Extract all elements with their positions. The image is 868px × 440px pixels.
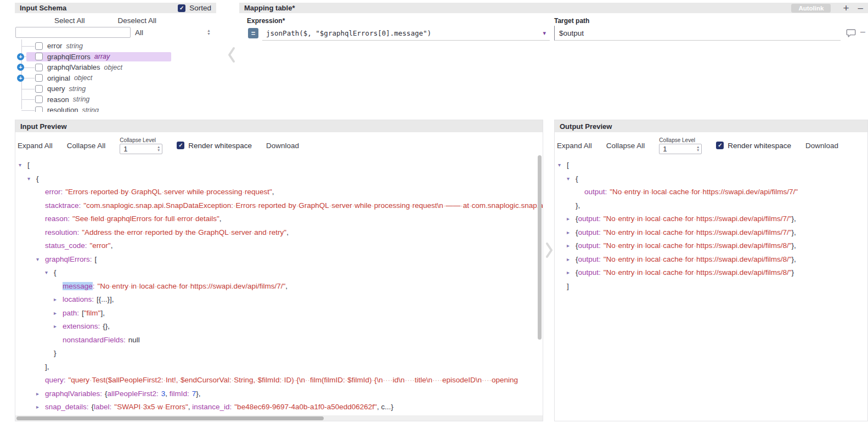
expression-toggle-button[interactable] <box>248 28 258 38</box>
comment-bubble-icon[interactable] <box>846 29 856 40</box>
triangle-right-icon[interactable]: ▸ <box>567 212 570 226</box>
horizontal-scrollbar-thumb[interactable] <box>16 416 324 420</box>
sorted-checkbox[interactable]: Sorted <box>178 4 211 12</box>
expand-all-button[interactable]: Expand All <box>18 142 53 150</box>
plus-circle-icon[interactable] <box>17 64 24 71</box>
target-path-value[interactable]: $output <box>555 29 584 37</box>
json-punct: , <box>285 282 288 290</box>
render-whitespace-label: Render whitespace <box>188 142 252 150</box>
schema-item-checkbox[interactable] <box>35 85 43 93</box>
json-null: null <box>128 336 140 344</box>
select-all-button[interactable]: Select All <box>54 16 85 25</box>
render-whitespace-checkbox-box[interactable] <box>177 142 184 149</box>
vertical-scrollbar[interactable] <box>538 155 542 414</box>
download-button[interactable]: Download <box>266 142 299 150</box>
vertical-scrollbar-thumb[interactable] <box>538 155 542 340</box>
schema-item-type: object <box>74 74 92 82</box>
schema-item-resolution[interactable]: resolutionstring <box>15 105 216 112</box>
triangle-right-icon[interactable]: ▸ <box>54 293 57 307</box>
chevron-left-icon[interactable] <box>227 46 236 64</box>
triangle-down-icon[interactable]: ▾ <box>567 172 570 186</box>
up-down-arrows-icon[interactable] <box>207 29 211 36</box>
triangle-down-icon[interactable]: ▾ <box>19 159 21 172</box>
add-mapping-row-button[interactable] <box>843 3 849 13</box>
json-string: "No·entry·in·local·cache·for·https://swa… <box>604 268 792 277</box>
triangle-right-icon[interactable]: ▸ <box>54 320 57 334</box>
json-punct: , <box>286 228 289 236</box>
triangle-down-icon[interactable]: ▾ <box>36 253 39 267</box>
schema-item-graphqlVariables[interactable]: graphqlVariablesobject <box>15 62 216 73</box>
json-key: output: <box>578 228 601 236</box>
triangle-right-icon[interactable]: ▸ <box>36 400 39 414</box>
json-key: locations: <box>63 295 94 303</box>
collapse-all-button[interactable]: Collapse All <box>67 142 106 150</box>
up-down-arrows-icon[interactable] <box>696 145 700 152</box>
collapse-all-button[interactable]: Collapse All <box>606 142 645 150</box>
sorted-checkbox-box[interactable] <box>178 4 185 12</box>
collapse-level-label: Collapse Level <box>120 137 162 143</box>
triangle-down-icon[interactable]: ▾ <box>558 159 561 172</box>
json-punct: {}, <box>103 322 110 330</box>
json-line: ▾[ <box>557 159 867 172</box>
triangle-right-icon[interactable]: ▸ <box>567 253 570 267</box>
collapse-level-input[interactable] <box>659 144 702 154</box>
horizontal-scrollbar[interactable] <box>15 415 543 421</box>
json-punct: ] <box>567 282 569 290</box>
chevron-down-icon[interactable] <box>539 30 550 37</box>
chevron-right-icon[interactable] <box>545 241 554 259</box>
json-key: label: <box>94 403 111 411</box>
schema-item-graphqlErrors[interactable]: graphqlErrorsarray <box>15 52 216 63</box>
triangle-right-icon[interactable]: ▸ <box>567 226 570 240</box>
schema-item-content: reasonstring <box>26 95 97 104</box>
schema-item-error[interactable]: errorstring <box>15 41 216 52</box>
schema-item-checkbox[interactable] <box>35 64 43 71</box>
deselect-all-button[interactable]: Deselect All <box>118 16 157 25</box>
triangle-right-icon[interactable]: ▸ <box>36 387 39 401</box>
schema-item-query[interactable]: querystring <box>15 83 216 94</box>
schema-filter-input[interactable] <box>15 27 131 38</box>
schema-item-checkbox[interactable] <box>35 53 43 60</box>
triangle-right-icon[interactable]: ▸ <box>567 239 570 253</box>
json-key: nonstandardFields: <box>63 336 126 344</box>
delete-mapping-row-icon[interactable] <box>860 27 865 37</box>
schema-item-checkbox[interactable] <box>35 95 43 103</box>
expression-value[interactable]: jsonPath($, "$graphqlErrors[0].message") <box>262 29 539 37</box>
schema-filter-scope-dropdown[interactable]: All <box>135 29 143 37</box>
collapse-level-input[interactable] <box>120 144 162 154</box>
json-line: query:"query·Test($allPeopleFirst2:·Int!… <box>18 374 543 387</box>
json-string: "be48ec69-9697-4a0b-a1f0-a50edd06262f" <box>234 403 377 411</box>
triangle-down-icon[interactable]: ▾ <box>27 172 30 186</box>
collapse-level-control: Collapse Level <box>659 137 702 154</box>
schema-item-checkbox[interactable] <box>35 106 43 112</box>
json-string: "No·entry·in·local·cache·for·https://swa… <box>610 188 798 196</box>
json-line: ▸snap_details:{label:"SWAPI·3x5·w·Errors… <box>18 400 543 414</box>
json-line: ▾{ <box>18 172 543 186</box>
triangle-right-icon[interactable]: ▸ <box>54 307 57 320</box>
schema-item-checkbox[interactable] <box>35 42 43 50</box>
schema-item-checkbox[interactable] <box>35 74 43 82</box>
plus-circle-icon[interactable] <box>17 75 24 82</box>
json-punct: { <box>576 241 578 250</box>
schema-item-name: error <box>47 42 62 50</box>
json-punct: } <box>792 268 794 277</box>
expand-all-button[interactable]: Expand All <box>557 142 592 150</box>
json-string: "SWAPI·3x5·w·Errors" <box>114 403 188 411</box>
expression-field[interactable]: jsonPath($, "$graphqlErrors[0].message") <box>262 26 550 41</box>
render-whitespace-checkbox[interactable]: Render whitespace <box>177 142 252 150</box>
triangle-down-icon[interactable]: ▾ <box>45 266 48 280</box>
collapse-level-control: Collapse Level <box>120 137 162 154</box>
triangle-right-icon[interactable]: ▸ <box>567 266 570 280</box>
target-path-field[interactable]: $output <box>554 26 841 41</box>
up-down-arrows-icon[interactable] <box>157 145 160 152</box>
plus-circle-icon[interactable] <box>17 53 24 60</box>
download-button[interactable]: Download <box>805 142 838 150</box>
schema-item-type: string <box>69 85 86 93</box>
json-punct: { <box>36 174 39 183</box>
render-whitespace-checkbox-box[interactable] <box>716 142 724 149</box>
schema-item-original[interactable]: originalobject <box>15 73 216 84</box>
schema-item-reason[interactable]: reasonstring <box>15 94 216 105</box>
remove-mapping-row-button[interactable] <box>858 3 863 13</box>
autolink-button[interactable]: Autolink <box>791 4 831 13</box>
render-whitespace-checkbox[interactable]: Render whitespace <box>716 142 791 150</box>
json-line: ▾[ <box>18 159 543 172</box>
